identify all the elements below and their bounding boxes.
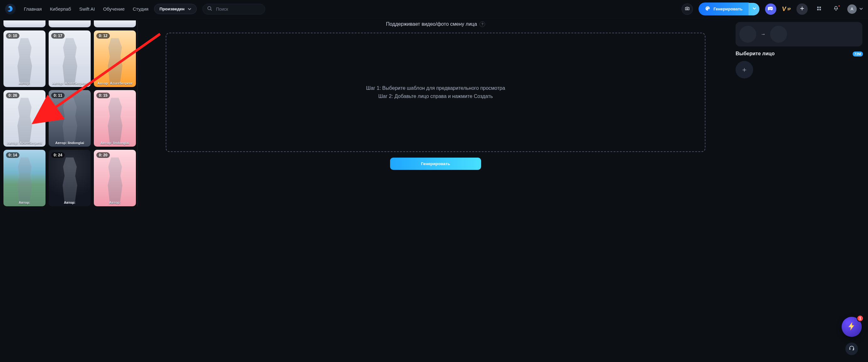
nav-home[interactable]: Главная xyxy=(24,6,42,11)
plus-icon: ＋ xyxy=(741,65,748,74)
template-card[interactable]: 0: 10Автор: xyxy=(3,30,45,87)
camera-button[interactable] xyxy=(682,3,693,15)
generate-label: Генерировать xyxy=(714,7,743,11)
search-box[interactable] xyxy=(203,4,265,14)
palette-icon xyxy=(705,6,710,12)
template-author: Автор: AzureSerpent xyxy=(94,81,136,85)
face-count-pill: 72M xyxy=(852,52,863,57)
template-thumbnail xyxy=(49,21,91,27)
account-menu[interactable]: A xyxy=(847,4,863,14)
generate-group: Генерировать xyxy=(699,2,760,16)
vip-ip: IP xyxy=(788,7,791,11)
template-card[interactable] xyxy=(49,21,91,27)
bolt-icon xyxy=(847,322,856,332)
svg-rect-12 xyxy=(849,348,850,350)
right-panel: → Выберите лицо 72M ＋ xyxy=(733,20,865,207)
step-1-text: Шаг 1: Выберите шаблон для предварительн… xyxy=(366,84,505,92)
template-panel: 0: 10Автор:0: 17Автор: AzureSerpent0: 12… xyxy=(3,20,138,207)
template-duration: 0: 10 xyxy=(6,33,20,39)
energy-button[interactable]: 1 xyxy=(842,317,862,337)
svg-rect-7 xyxy=(817,7,819,8)
generate-button[interactable]: Генерировать xyxy=(699,2,749,16)
template-author: Автор: AzureSerpent xyxy=(3,141,45,145)
support-button[interactable] xyxy=(845,342,858,355)
add-face-button[interactable]: ＋ xyxy=(736,61,753,79)
template-author: Автор: xyxy=(3,81,45,85)
floating-actions: 1 xyxy=(842,317,862,355)
template-card[interactable]: 0: 11Автор: lindonglai xyxy=(49,90,91,147)
template-author: Автор: xyxy=(3,201,45,204)
svg-point-5 xyxy=(770,8,770,8)
grid-icon xyxy=(816,6,822,12)
app-logo[interactable] xyxy=(5,4,16,14)
headset-icon xyxy=(848,345,855,353)
help-icon[interactable]: ? xyxy=(479,21,485,27)
svg-rect-8 xyxy=(819,7,821,8)
svg-rect-10 xyxy=(819,9,821,10)
svg-point-3 xyxy=(707,7,708,7)
nav-studio[interactable]: Студия xyxy=(133,6,149,11)
template-card[interactable]: 0: 24Автор: xyxy=(49,150,91,206)
step-2-text: Шаг 2: Добавьте лицо справа и нажмите Со… xyxy=(366,92,505,100)
template-author: Автор: lindonglai xyxy=(49,141,91,145)
chevron-down-icon xyxy=(188,7,191,11)
apps-button[interactable] xyxy=(813,3,825,15)
template-card[interactable] xyxy=(3,21,45,27)
nav-learning[interactable]: Обучение xyxy=(103,6,125,11)
category-label: Произведен xyxy=(159,7,185,11)
svg-point-4 xyxy=(708,8,709,8)
svg-point-1 xyxy=(686,8,688,9)
template-duration: 0: 11 xyxy=(51,93,65,98)
search-input[interactable] xyxy=(215,6,253,12)
svg-point-2 xyxy=(706,8,707,8)
template-duration: 0: 20 xyxy=(96,152,110,158)
template-duration: 0: 17 xyxy=(51,33,65,39)
template-card[interactable]: 0: 12Автор: AzureSerpent xyxy=(94,30,136,87)
camera-icon xyxy=(684,6,690,12)
template-card[interactable]: 0: 14Автор: xyxy=(3,150,45,206)
notification-dot-icon xyxy=(838,5,840,7)
source-face-slot[interactable] xyxy=(739,26,756,43)
template-duration: 0: 12 xyxy=(96,33,110,39)
svg-point-6 xyxy=(771,8,772,8)
template-author: Автор: lindonglai xyxy=(94,141,136,145)
energy-badge: 1 xyxy=(857,315,864,322)
subhead-text: Поддерживает видео/фото смену лица xyxy=(386,21,477,27)
generate-dropdown[interactable] xyxy=(749,3,760,16)
chevron-down-icon xyxy=(752,7,756,11)
template-author: Автор: xyxy=(49,201,91,204)
chevron-down-icon xyxy=(859,6,863,12)
center-panel: Поддерживает видео/фото смену лица ? Шаг… xyxy=(141,20,731,207)
vip-badge[interactable]: V IP xyxy=(782,5,791,12)
target-face-slot[interactable] xyxy=(770,26,787,43)
template-card[interactable]: 0: 20Автор: xyxy=(94,150,136,206)
face-swap-preview: → xyxy=(736,22,862,47)
template-thumbnail xyxy=(94,21,136,27)
discord-button[interactable] xyxy=(765,3,776,15)
dropzone[interactable]: Шаг 1: Выберите шаблон для предварительн… xyxy=(166,33,706,152)
avatar-initial: A xyxy=(850,7,853,11)
nav-cyberpub[interactable]: Киберпаб xyxy=(50,6,71,11)
template-duration: 0: 24 xyxy=(51,152,65,158)
template-thumbnail xyxy=(3,21,45,27)
topbar: Главная Киберпаб Swift AI Обучение Студи… xyxy=(0,0,868,18)
avatar: A xyxy=(847,4,857,14)
generate-cta[interactable]: Генерировать xyxy=(390,158,481,170)
add-button[interactable] xyxy=(797,3,808,15)
template-card[interactable] xyxy=(94,21,136,27)
template-duration: 0: 26 xyxy=(6,93,20,98)
arrow-right-icon: → xyxy=(761,31,766,37)
template-card[interactable]: 0: 26Автор: AzureSerpent xyxy=(3,90,45,147)
template-card[interactable]: 0: 17Автор: AzureSerpent xyxy=(49,30,91,87)
select-face-title: Выберите лицо xyxy=(736,51,862,57)
template-list[interactable]: 0: 10Автор:0: 17Автор: AzureSerpent0: 12… xyxy=(3,21,138,206)
svg-rect-9 xyxy=(817,9,819,10)
nav-swift-ai[interactable]: Swift AI xyxy=(79,6,95,11)
template-author: Автор: xyxy=(94,201,136,204)
template-duration: 0: 14 xyxy=(6,152,20,158)
main-nav: Главная Киберпаб Swift AI Обучение Студи… xyxy=(24,6,149,11)
subhead: Поддерживает видео/фото смену лица ? xyxy=(166,21,706,27)
category-dropdown[interactable]: Произведен xyxy=(154,4,197,14)
notifications-button[interactable] xyxy=(830,3,842,15)
template-card[interactable]: 0: 15Автор: lindonglai xyxy=(94,90,136,147)
